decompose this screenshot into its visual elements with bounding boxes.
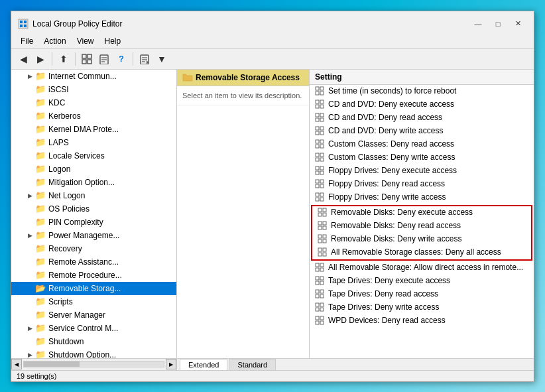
tree-label: Power Manageme... xyxy=(48,231,119,240)
setting-item[interactable]: CD and DVD: Deny write access xyxy=(310,125,534,138)
menu-file[interactable]: File xyxy=(15,35,38,47)
tree-item-locale-services[interactable]: 📁 Locale Services xyxy=(11,149,176,163)
tree-item-laps[interactable]: 📁 LAPS xyxy=(11,136,176,149)
tree-item-os-policies[interactable]: 📁 OS Policies xyxy=(11,202,176,216)
svg-rect-75 xyxy=(320,277,324,280)
folder-icon: 📁 xyxy=(35,243,46,253)
tree-item-remote-procedure[interactable]: 📁 Remote Procedure... xyxy=(11,269,176,282)
folder-header-icon xyxy=(182,72,193,83)
title-bar-left: Local Group Policy Editor xyxy=(18,19,122,29)
properties-button[interactable] xyxy=(96,51,112,67)
tree-item-mitigation-option[interactable]: 📁 Mitigation Option... xyxy=(11,176,176,189)
svg-rect-51 xyxy=(320,193,324,196)
close-button[interactable]: ✕ xyxy=(509,17,527,31)
main-content: ▶ 📁 Internet Commun... 📁 iSCSI 📁 KDC 📁 K… xyxy=(11,70,534,358)
scroll-thumb[interactable] xyxy=(24,361,80,367)
settings-list: Set time (in seconds) to force reboot CD… xyxy=(310,85,534,358)
maximize-button[interactable]: □ xyxy=(489,17,507,31)
setting-item[interactable]: Floppy Drives: Deny read access xyxy=(310,178,534,191)
setting-icon xyxy=(315,86,324,96)
back-button[interactable]: ◀ xyxy=(15,51,31,67)
app-icon xyxy=(18,19,29,29)
setting-item[interactable]: Tape Drives: Deny execute access xyxy=(310,275,534,288)
setting-item-highlighted[interactable]: Removable Disks: Deny write access xyxy=(312,233,531,246)
export-button[interactable] xyxy=(137,51,152,67)
svg-rect-59 xyxy=(323,222,326,225)
setting-icon xyxy=(318,234,327,243)
tree-item-removable-storage[interactable]: 📂 Removable Storag... xyxy=(11,282,176,295)
scroll-right-btn[interactable]: ▶ xyxy=(166,359,176,369)
policy-icon xyxy=(315,139,324,149)
svg-rect-89 xyxy=(320,321,324,324)
setting-item[interactable]: Tape Drives: Deny read access xyxy=(310,288,534,301)
tree-item-service-control[interactable]: ▶ 📁 Service Control M... xyxy=(11,322,176,335)
setting-item[interactable]: WPD Devices: Deny read access xyxy=(310,314,534,328)
setting-item[interactable]: Set time (in seconds) to force reboot xyxy=(310,85,534,98)
setting-item[interactable]: Custom Classes: Deny read access xyxy=(310,138,534,151)
tree-item-remote-assistance[interactable]: 📁 Remote Assistanc... xyxy=(11,255,176,269)
folder-icon: 📁 xyxy=(35,323,46,333)
setting-item[interactable]: Custom Classes: Deny write access xyxy=(310,151,534,164)
folder-icon: 📁 xyxy=(35,296,46,306)
help-button[interactable]: ? xyxy=(113,51,129,67)
setting-item[interactable]: Floppy Drives: Deny execute access xyxy=(310,164,534,178)
tree-item-internet-commun[interactable]: ▶ 📁 Internet Commun... xyxy=(11,70,176,83)
setting-item-highlighted[interactable]: Removable Disks: Deny execute access xyxy=(312,206,531,220)
folder-open-icon: 📂 xyxy=(35,283,46,293)
window-title: Local Group Policy Editor xyxy=(32,19,122,29)
tree-item-scripts[interactable]: 📁 Scripts xyxy=(11,295,176,308)
svg-rect-39 xyxy=(320,153,324,157)
svg-rect-24 xyxy=(316,105,319,108)
setting-item[interactable]: CD and DVD: Deny read access xyxy=(310,111,534,125)
expand-icon: ▶ xyxy=(25,352,35,358)
svg-rect-2 xyxy=(24,21,27,23)
setting-text: Floppy Drives: Deny write access xyxy=(328,192,446,202)
setting-icon xyxy=(315,153,324,162)
svg-rect-3 xyxy=(20,25,23,27)
setting-item[interactable]: All Removable Storage: Allow direct acce… xyxy=(310,261,534,275)
tree-item-pin-complexity[interactable]: 📁 PIN Complexity xyxy=(11,216,176,229)
tree-item-kdc[interactable]: 📁 KDC xyxy=(11,96,176,109)
menu-help[interactable]: Help xyxy=(99,35,127,47)
setting-item[interactable]: Floppy Drives: Deny write access xyxy=(310,191,534,204)
tree-item-shutdown[interactable]: 📁 Shutdown xyxy=(11,335,176,348)
svg-rect-70 xyxy=(316,263,319,267)
tree-item-kerberos[interactable]: 📁 Kerberos xyxy=(11,109,176,123)
menu-view[interactable]: View xyxy=(72,35,99,47)
svg-rect-33 xyxy=(320,131,324,135)
tree-item-net-logon[interactable]: ▶ 📁 Net Logon xyxy=(11,189,176,202)
filter-button[interactable]: ▼ xyxy=(154,51,170,67)
tab-standard[interactable]: Standard xyxy=(229,359,276,370)
setting-item-highlighted[interactable]: All Removable Storage classes: Deny all … xyxy=(312,246,531,259)
policy-icon xyxy=(315,153,324,162)
show-hide-button[interactable] xyxy=(79,51,95,67)
tree-item-server-manager[interactable]: 📁 Server Manager xyxy=(11,308,176,322)
tree-item-recovery[interactable]: 📁 Recovery xyxy=(11,242,176,255)
svg-rect-69 xyxy=(323,253,326,256)
forward-button[interactable]: ▶ xyxy=(32,51,48,67)
menu-bar: File Action View Help xyxy=(11,34,534,49)
toolbar: ◀ ▶ ⬆ ? xyxy=(11,49,534,70)
svg-rect-61 xyxy=(323,226,326,229)
scroll-track[interactable] xyxy=(23,361,164,367)
up-button[interactable]: ⬆ xyxy=(56,51,72,67)
tree-item-logon[interactable]: 📁 Logon xyxy=(11,163,176,176)
setting-icon xyxy=(315,302,324,312)
folder-icon: 📁 xyxy=(35,124,46,134)
tree-item-power-management[interactable]: ▶ 📁 Power Manageme... xyxy=(11,229,176,242)
svg-rect-60 xyxy=(318,226,322,229)
svg-rect-38 xyxy=(316,153,319,157)
setting-item-highlighted[interactable]: Removable Disks: Deny read access xyxy=(312,220,531,233)
scroll-left-btn[interactable]: ◀ xyxy=(11,359,22,369)
setting-item[interactable]: Tape Drives: Deny write access xyxy=(310,301,534,314)
minimize-button[interactable]: — xyxy=(469,17,487,31)
svg-rect-67 xyxy=(323,248,326,251)
tree-item-kernel-dma[interactable]: 📁 Kernel DMA Prote... xyxy=(11,123,176,136)
svg-rect-58 xyxy=(318,222,322,225)
setting-text: Custom Classes: Deny read access xyxy=(328,139,454,149)
tree-item-iscsi[interactable]: 📁 iSCSI xyxy=(11,83,176,96)
tab-extended[interactable]: Extended xyxy=(180,359,227,370)
tree-item-shutdown-option[interactable]: ▶ 📁 Shutdown Option... xyxy=(11,348,176,358)
menu-action[interactable]: Action xyxy=(38,35,71,47)
setting-item[interactable]: CD and DVD: Deny execute access xyxy=(310,98,534,111)
